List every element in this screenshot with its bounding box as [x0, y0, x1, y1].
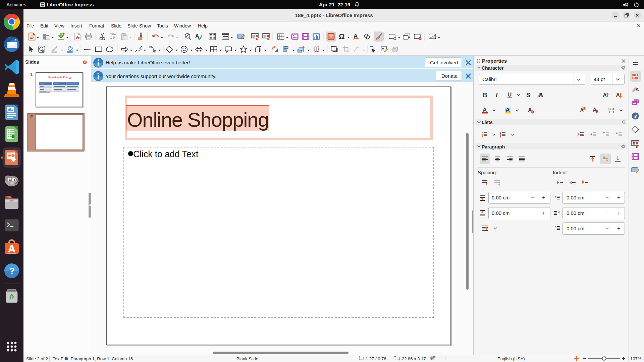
- svg-text:A: A: [483, 107, 487, 113]
- svg-text:A: A: [635, 86, 639, 92]
- svg-text:I: I: [496, 92, 498, 99]
- svg-text:A: A: [506, 107, 510, 113]
- svg-text:B: B: [483, 92, 487, 99]
- svg-text:3: 3: [500, 135, 501, 138]
- svg-text:A: A: [603, 92, 607, 99]
- svg-text:B: B: [596, 110, 598, 114]
- svg-text:?: ?: [9, 266, 15, 276]
- svg-text:Ω: Ω: [339, 32, 345, 41]
- svg-text:U: U: [507, 92, 512, 98]
- svg-text:A: A: [539, 92, 543, 99]
- svg-text:B: B: [583, 107, 586, 111]
- svg-text:A: A: [616, 92, 620, 99]
- svg-text:B-D: B-D: [608, 107, 614, 111]
